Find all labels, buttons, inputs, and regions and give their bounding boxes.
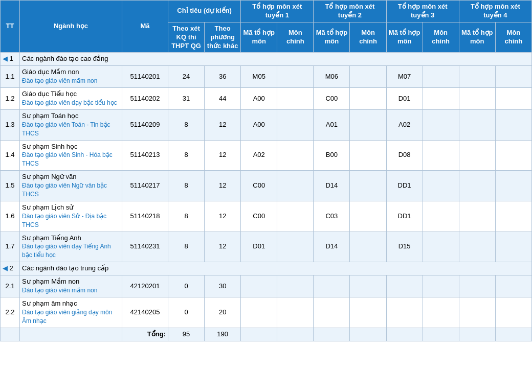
cell-theo-phuong: 20 [205, 297, 241, 328]
cell-nganh: Sư phạm Ngữ vănĐào tạo giáo viên Ngữ văn… [20, 171, 122, 201]
cell-tt: 1.2 [1, 88, 20, 110]
cell-ma: 51140217 [122, 171, 168, 201]
section-label: Các ngành đào tạo trung cấp [20, 262, 532, 275]
header-mon-chinh-4: Môn chính [495, 22, 531, 53]
cell-mon-chinh-2 [350, 232, 386, 262]
total-empty-3 [350, 328, 386, 341]
cell-theo-xet-kq: 8 [168, 201, 205, 232]
cell-ma-hop-2: D14 [314, 171, 350, 201]
cell-mon-chinh-3 [423, 297, 459, 328]
table-row: 1.4Sư phạm Sinh họcĐào tạo giáo viên Sin… [1, 140, 532, 171]
cell-mon-chinh-1 [277, 88, 314, 110]
cell-mon-chinh-1 [277, 109, 314, 140]
cell-mon-chinh-4 [495, 171, 531, 201]
cell-ma: 51140213 [122, 140, 168, 171]
cell-mon-chinh-1 [277, 171, 314, 201]
total-empty-1 [277, 328, 314, 341]
cell-ma-hop-3: D15 [386, 232, 423, 262]
cell-theo-xet-kq: 8 [168, 171, 205, 201]
cell-ma-hop-3: DD1 [386, 201, 423, 232]
cell-ma-hop-2: A01 [314, 109, 350, 140]
cell-ma-hop-4 [459, 140, 495, 171]
header-to-hop-1: Tổ hợp môn xét tuyển 1 [241, 1, 314, 22]
cell-ma-hop-2 [314, 275, 350, 297]
cell-mon-chinh-2 [350, 140, 386, 171]
main-table: TT Ngành học Mã Chỉ tiêu (dự kiến) Tổ hợ… [0, 0, 532, 341]
cell-ma: 51140202 [122, 88, 168, 110]
cell-mon-chinh-2 [350, 297, 386, 328]
cell-nganh: Giáo dục Tiểu họcĐào tạo giáo viên dạy b… [20, 88, 122, 110]
total-empty-6 [459, 328, 495, 341]
header-tt: TT [1, 1, 20, 53]
cell-mon-chinh-4 [495, 297, 531, 328]
cell-ma-hop-1: A02 [241, 140, 277, 171]
cell-ma-hop-4 [459, 109, 495, 140]
cell-ma: 51140231 [122, 232, 168, 262]
cell-ma-hop-3: M07 [386, 66, 423, 88]
cell-tt: 1.5 [1, 171, 20, 201]
total-theo-phuong: 190 [205, 328, 241, 341]
cell-theo-xet-kq: 8 [168, 232, 205, 262]
cell-tt: 1.1 [1, 66, 20, 88]
cell-mon-chinh-2 [350, 275, 386, 297]
cell-mon-chinh-2 [350, 109, 386, 140]
table-row: 1.5Sư phạm Ngữ vănĐào tạo giáo viên Ngữ … [1, 171, 532, 201]
header-to-hop-3: Tổ hợp môn xét tuyển 3 [386, 1, 459, 22]
cell-mon-chinh-4 [495, 88, 531, 110]
cell-tt: 2.2 [1, 297, 20, 328]
header-theo-phuong-thuc: Theo phương thức khác [205, 22, 241, 53]
cell-mon-chinh-1 [277, 275, 314, 297]
cell-theo-phuong: 12 [205, 109, 241, 140]
cell-ma-hop-2 [314, 297, 350, 328]
cell-ma-hop-3: D01 [386, 88, 423, 110]
cell-nganh: Giáo dục Mầm nonĐào tạo giáo viên mầm no… [20, 66, 122, 88]
header-nganh-hoc: Ngành học [20, 1, 122, 53]
cell-ma-hop-1: M05 [241, 66, 277, 88]
cell-mon-chinh-4 [495, 201, 531, 232]
header-to-hop-4: Tổ hợp môn xét tuyển 4 [459, 1, 531, 22]
cell-mon-chinh-1 [277, 140, 314, 171]
cell-mon-chinh-3 [423, 232, 459, 262]
cell-ma: 42120201 [122, 275, 168, 297]
cell-ma-hop-1: A00 [241, 109, 277, 140]
cell-ma-hop-4 [459, 275, 495, 297]
cell-theo-xet-kq: 31 [168, 88, 205, 110]
cell-mon-chinh-1 [277, 232, 314, 262]
cell-theo-xet-kq: 8 [168, 109, 205, 140]
table-row: 2.1Sư phạm Mầm nonĐào tạo giáo viên mầm … [1, 275, 532, 297]
cell-mon-chinh-4 [495, 66, 531, 88]
cell-mon-chinh-3 [423, 201, 459, 232]
cell-tt: 1.4 [1, 140, 20, 171]
cell-mon-chinh-3 [423, 140, 459, 171]
total-blank-1 [1, 328, 20, 341]
table-row: 1.6Sư phạm Lịch sửĐào tạo giáo viên Sử -… [1, 201, 532, 232]
cell-mon-chinh-3 [423, 171, 459, 201]
cell-theo-xet-kq: 24 [168, 66, 205, 88]
cell-theo-xet-kq: 8 [168, 140, 205, 171]
cell-ma-hop-3 [386, 275, 423, 297]
cell-ma-hop-1: D01 [241, 232, 277, 262]
table-row: 1.7Sư phạm Tiếng AnhĐào tạo giáo viên dạ… [1, 232, 532, 262]
cell-ma-hop-2: C03 [314, 201, 350, 232]
cell-theo-phuong: 30 [205, 275, 241, 297]
cell-mon-chinh-2 [350, 201, 386, 232]
cell-mon-chinh-3 [423, 109, 459, 140]
cell-mon-chinh-3 [423, 275, 459, 297]
total-theo-xet-kq: 95 [168, 328, 205, 341]
cell-mon-chinh-4 [495, 109, 531, 140]
header-ma-to-hop-3: Mã tổ hợp môn [386, 22, 423, 53]
total-empty-2 [314, 328, 350, 341]
total-empty-7 [495, 328, 531, 341]
cell-ma-hop-4 [459, 297, 495, 328]
total-blank-2 [20, 328, 122, 341]
cell-ma-hop-2: C00 [314, 88, 350, 110]
table-row: 1.2Giáo dục Tiểu họcĐào tạo giáo viên dạ… [1, 88, 532, 110]
cell-theo-phuong: 36 [205, 66, 241, 88]
cell-ma-hop-3: DD1 [386, 171, 423, 201]
cell-nganh: Sư phạm Toán họcĐào tạo giáo viên Toán -… [20, 109, 122, 140]
cell-ma-hop-1: A00 [241, 88, 277, 110]
header-ma-to-hop-2: Mã tổ hợp môn [314, 22, 350, 53]
total-row: Tổng:95190 [1, 328, 532, 341]
total-empty-5 [423, 328, 459, 341]
cell-ma-hop-1 [241, 297, 277, 328]
